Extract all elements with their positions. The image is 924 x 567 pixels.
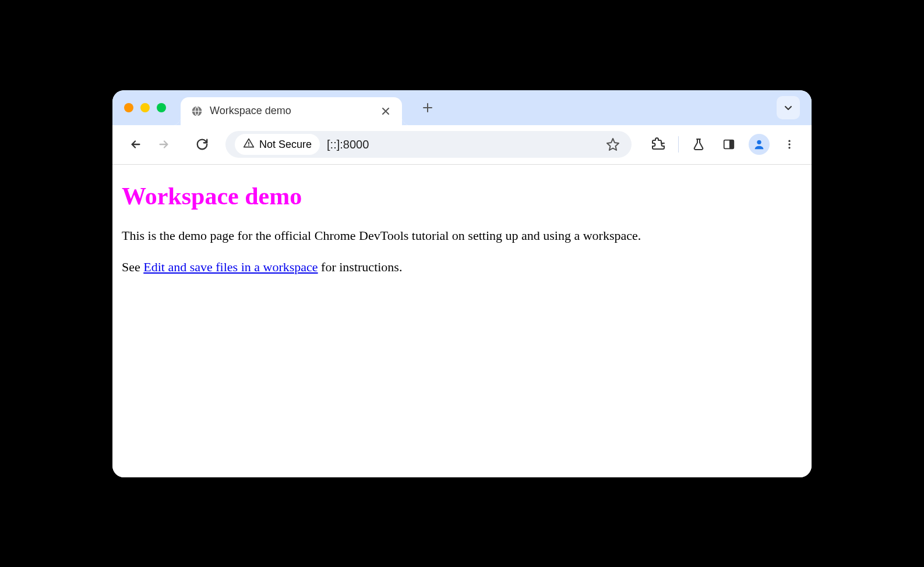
paragraph-text-suffix: for instructions. — [318, 260, 403, 274]
tab-strip: Workspace demo — [112, 90, 812, 125]
profile-button[interactable] — [749, 134, 770, 155]
window-controls — [124, 103, 166, 112]
close-tab-button[interactable] — [380, 105, 392, 117]
svg-point-6 — [788, 147, 790, 148]
extensions-button[interactable] — [648, 134, 669, 155]
security-indicator[interactable]: Not Secure — [235, 134, 320, 155]
tutorial-link[interactable]: Edit and save files in a workspace — [143, 260, 318, 274]
page-heading: Workspace demo — [122, 182, 802, 210]
page-paragraph-2: See Edit and save files in a workspace f… — [122, 259, 802, 276]
url-text: [::]:8000 — [327, 138, 597, 151]
browser-window: Workspace demo Not Secure — [112, 90, 812, 477]
security-label: Not Secure — [259, 139, 312, 151]
browser-tab[interactable]: Workspace demo — [181, 97, 402, 125]
new-tab-button[interactable] — [418, 98, 437, 117]
page-paragraph-1: This is the demo page for the official C… — [122, 228, 802, 244]
browser-toolbar: Not Secure [::]:8000 — [112, 125, 812, 165]
labs-button[interactable] — [688, 134, 709, 155]
warning-icon — [243, 137, 255, 152]
maximize-window-button[interactable] — [157, 103, 166, 112]
minimize-window-button[interactable] — [140, 103, 150, 112]
address-bar[interactable]: Not Secure [::]:8000 — [225, 131, 632, 158]
more-menu-button[interactable] — [779, 134, 800, 155]
globe-icon — [191, 105, 203, 117]
back-button[interactable] — [124, 133, 147, 156]
svg-point-5 — [788, 143, 790, 145]
close-window-button[interactable] — [124, 103, 133, 112]
paragraph-text-prefix: See — [122, 260, 143, 274]
tab-title: Workspace demo — [210, 105, 373, 117]
reload-button[interactable] — [191, 133, 214, 156]
svg-rect-2 — [729, 140, 733, 149]
toolbar-actions — [648, 134, 800, 155]
page-content: Workspace demo This is the demo page for… — [112, 165, 812, 477]
forward-button[interactable] — [152, 133, 175, 156]
toolbar-divider — [678, 136, 679, 153]
bookmark-button[interactable] — [604, 135, 622, 154]
svg-point-4 — [788, 140, 790, 142]
tabs-dropdown-button[interactable] — [777, 96, 800, 119]
svg-point-3 — [757, 140, 761, 144]
sidepanel-button[interactable] — [718, 134, 739, 155]
